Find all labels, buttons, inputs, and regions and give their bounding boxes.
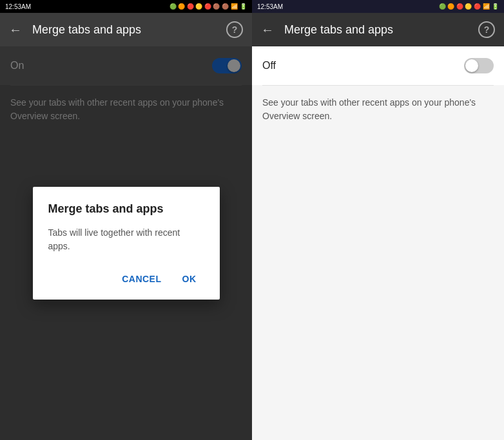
- toggle-knob-right: [465, 59, 478, 72]
- page-title-right: Merge tabs and apps: [284, 23, 478, 37]
- description-right: See your tabs with other recent apps on …: [252, 86, 504, 133]
- setting-row-right: Off: [252, 46, 504, 85]
- content-left: On See your tabs with other recent apps …: [0, 46, 252, 440]
- dialog-title: Merge tabs and apps: [48, 202, 204, 216]
- phone-right: 12:53AM 🟢 🟠 🔴 🟡 🔴 📶 🔋 ← Merge tabs and a…: [252, 0, 504, 440]
- time-left: 12:53AM: [5, 3, 31, 10]
- time-right: 12:53AM: [257, 3, 283, 10]
- wifi-icon: 📶: [231, 3, 238, 10]
- status-icons-right: 🟢 🟠 🔴 🟡 🔴 📶 🔋: [439, 3, 499, 10]
- dialog-message: Tabs will live together with recent apps…: [48, 226, 204, 253]
- page-title-left: Merge tabs and apps: [32, 23, 226, 37]
- toggle-right[interactable]: [464, 58, 494, 73]
- notif-icons-right: 🟢 🟠 🔴 🟡 🔴: [439, 3, 481, 10]
- phone-left: 12:53AM 🟢 🟠 🔴 🟡 🔴 🟤 🟤 📶 🔋 ← Merge tabs a…: [0, 0, 252, 440]
- dialog-overlay: Merge tabs and apps Tabs will live toget…: [0, 46, 252, 440]
- status-icons-left: 🟢 🟠 🔴 🟡 🔴 🟤 🟤 📶 🔋: [170, 3, 247, 10]
- setting-label-right: Off: [262, 60, 276, 72]
- battery-icon-right: 🔋: [492, 3, 499, 10]
- battery-icon: 🔋: [240, 3, 247, 10]
- status-bar-right: 12:53AM 🟢 🟠 🔴 🟡 🔴 📶 🔋: [252, 0, 504, 13]
- toolbar-right: ← Merge tabs and apps ?: [252, 13, 504, 46]
- content-right: Off See your tabs with other recent apps…: [252, 46, 504, 440]
- help-button-left[interactable]: ?: [226, 21, 243, 38]
- help-button-right[interactable]: ?: [478, 21, 495, 38]
- status-bar-left: 12:53AM 🟢 🟠 🔴 🟡 🔴 🟤 🟤 📶 🔋: [0, 0, 252, 13]
- dialog-buttons: CANCEL OK: [48, 269, 204, 294]
- notif-icons: 🟢 🟠 🔴 🟡 🔴 🟤 🟤: [170, 3, 229, 10]
- back-button-right[interactable]: ←: [261, 23, 274, 37]
- cancel-button[interactable]: CANCEL: [114, 269, 169, 289]
- wifi-icon-right: 📶: [483, 3, 490, 10]
- back-button-left[interactable]: ←: [9, 23, 22, 37]
- ok-button[interactable]: OK: [175, 269, 204, 289]
- toolbar-left: ← Merge tabs and apps ?: [0, 13, 252, 46]
- dialog: Merge tabs and apps Tabs will live toget…: [33, 187, 220, 300]
